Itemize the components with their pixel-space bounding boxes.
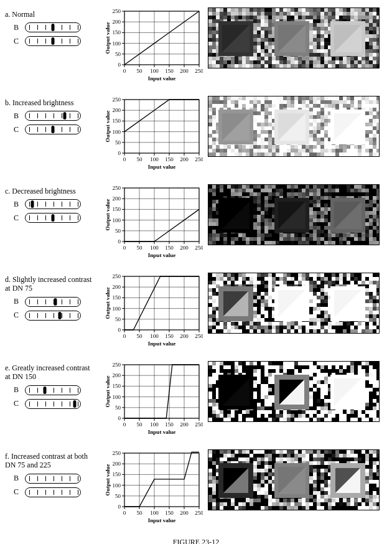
svg-rect-2461 <box>306 245 309 245</box>
c-slider-thumb[interactable] <box>52 37 55 45</box>
svg-rect-4319 <box>350 457 354 461</box>
svg-rect-4299 <box>276 457 279 461</box>
c-slider[interactable] <box>25 399 81 409</box>
svg-rect-1796 <box>227 192 231 196</box>
c-slider[interactable] <box>25 213 81 223</box>
c-slider-thumb[interactable] <box>58 312 61 319</box>
svg-rect-4824 <box>347 499 350 502</box>
svg-rect-4269 <box>335 454 339 457</box>
svg-rect-4886 <box>235 506 238 510</box>
svg-rect-1833 <box>365 192 369 196</box>
svg-rect-4676 <box>309 487 313 491</box>
svg-rect-3375 <box>268 362 272 365</box>
svg-rect-4647 <box>373 484 376 487</box>
svg-rect-1476 <box>242 145 246 149</box>
svg-rect-714 <box>324 60 328 64</box>
svg-rect-4907 <box>313 506 317 510</box>
svg-rect-3283 <box>276 333 279 334</box>
b-slider-thumb[interactable] <box>52 24 55 31</box>
svg-rect-328 <box>257 30 261 34</box>
sliders-group: B C <box>11 297 98 321</box>
svg-rect-4313 <box>328 457 332 461</box>
svg-rect-3455 <box>223 369 227 373</box>
svg-rect-1189 <box>373 119 376 123</box>
svg-rect-1834 <box>369 192 373 196</box>
svg-rect-2590 <box>264 277 268 281</box>
svg-rect-514 <box>264 45 268 49</box>
svg-rect-4134 <box>354 421 358 422</box>
b-slider[interactable] <box>25 111 81 121</box>
c-slider-thumb[interactable] <box>73 400 77 408</box>
svg-rect-150 <box>279 16 283 19</box>
panel-label: e. Greatly increased contrast at DN 150 <box>5 363 92 382</box>
svg-rect-815 <box>358 68 362 68</box>
svg-rect-173 <box>365 16 369 19</box>
svg-rect-4310 <box>317 457 320 461</box>
svg-rect-331 <box>268 30 272 34</box>
svg-rect-2281 <box>320 230 324 233</box>
svg-rect-1612 <box>235 156 238 157</box>
svg-rect-4253 <box>276 454 279 457</box>
b-slider-thumb[interactable] <box>63 112 67 120</box>
svg-text:150: 150 <box>165 510 174 516</box>
svg-rect-3095 <box>261 318 264 322</box>
svg-rect-3132 <box>227 322 231 326</box>
b-slider[interactable] <box>25 474 81 484</box>
svg-rect-3389 <box>320 362 324 365</box>
c-slider[interactable] <box>25 311 81 321</box>
c-slider[interactable] <box>25 36 81 46</box>
svg-rect-130 <box>376 12 380 16</box>
svg-rect-3050 <box>264 314 268 318</box>
svg-rect-1831 <box>358 192 362 196</box>
svg-rect-4031 <box>313 414 317 418</box>
svg-rect-2375 <box>328 237 332 241</box>
svg-rect-736 <box>235 64 238 68</box>
svg-rect-2387 <box>373 237 376 241</box>
svg-rect-1879 <box>365 196 369 200</box>
svg-rect-1520 <box>235 149 238 152</box>
c-slider[interactable] <box>25 487 81 497</box>
slider-letter-C: C <box>11 399 21 408</box>
svg-rect-979 <box>276 104 279 108</box>
b-slider[interactable] <box>25 199 81 209</box>
svg-rect-2397 <box>238 241 242 245</box>
b-slider-thumb[interactable] <box>43 387 46 394</box>
svg-rect-1536 <box>294 149 298 152</box>
svg-rect-2645 <box>298 281 302 284</box>
b-slider-thumb[interactable] <box>54 298 57 306</box>
svg-rect-499 <box>208 45 212 49</box>
svg-rect-3219 <box>208 329 212 333</box>
svg-rect-2564 <box>339 273 343 277</box>
c-slider[interactable] <box>25 124 81 134</box>
svg-rect-2580 <box>227 277 231 281</box>
svg-rect-2667 <box>208 284 212 288</box>
c-slider-thumb[interactable] <box>52 214 55 222</box>
svg-rect-2863 <box>253 299 257 303</box>
svg-rect-3280 <box>264 333 268 334</box>
svg-rect-2314 <box>272 233 276 237</box>
svg-rect-3308 <box>369 333 373 334</box>
svg-rect-4228 <box>354 450 358 454</box>
svg-rect-2171 <box>253 222 257 226</box>
b-slider[interactable] <box>25 297 81 307</box>
b-slider[interactable] <box>25 22 81 32</box>
svg-rect-4085 <box>343 418 347 421</box>
svg-rect-2458 <box>294 245 298 245</box>
c-slider-thumb[interactable] <box>52 126 55 133</box>
svg-rect-3468 <box>272 369 276 373</box>
svg-rect-902 <box>332 96 335 100</box>
svg-rect-2533 <box>223 273 227 277</box>
svg-rect-3204 <box>324 326 328 329</box>
svg-rect-4827 <box>358 499 362 502</box>
b-slider[interactable] <box>25 385 81 395</box>
svg-rect-406 <box>376 34 380 38</box>
svg-rect-2536 <box>235 273 238 277</box>
svg-rect-2127 <box>261 218 264 222</box>
b-slider-thumb[interactable] <box>30 200 34 208</box>
svg-rect-904 <box>339 96 343 100</box>
svg-rect-1404 <box>317 138 320 141</box>
svg-rect-4914 <box>339 506 343 510</box>
svg-rect-1514 <box>212 149 216 152</box>
svg-rect-2319 <box>291 233 294 237</box>
svg-rect-3373 <box>261 362 264 365</box>
